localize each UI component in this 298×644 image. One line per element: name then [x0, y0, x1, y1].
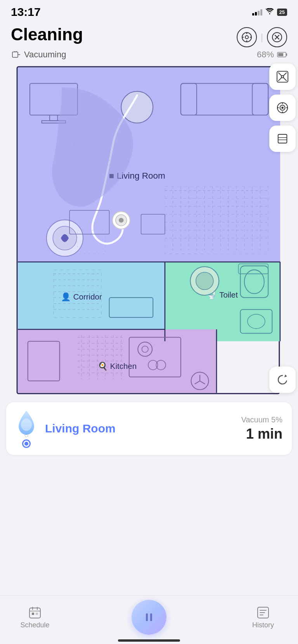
- current-room-name: Living Room: [45, 422, 234, 435]
- svg-point-21: [281, 76, 284, 78]
- room-stats: Vacuum 5% 1 min: [241, 415, 282, 442]
- svg-text:👤 Corridor: 👤 Corridor: [61, 292, 102, 302]
- svg-rect-123: [29, 608, 40, 618]
- svg-rect-128: [36, 613, 38, 615]
- header-controls: |: [237, 25, 287, 47]
- room-info-left: [16, 409, 37, 448]
- svg-line-17: [279, 73, 282, 76]
- vacuum-mode-label: Vacuuming: [24, 50, 66, 60]
- pause-icon: [142, 610, 156, 624]
- svg-rect-129: [146, 613, 148, 621]
- signal-icon: [252, 9, 262, 15]
- robot-water-icon: [16, 409, 37, 437]
- svg-point-96: [119, 218, 123, 222]
- bottom-nav: Schedule History: [0, 596, 298, 644]
- room-timeline: [22, 439, 31, 448]
- floor-plan[interactable]: ■ Living Room 👤 Corridor 🚽 Toilet 🍳 Kitc…: [6, 64, 292, 397]
- page-title: Cleaning: [11, 25, 83, 44]
- cross-map-button[interactable]: [269, 64, 296, 90]
- close-button[interactable]: [267, 27, 287, 47]
- layers-map-button[interactable]: [269, 126, 296, 152]
- svg-text:🍳 Kitchen: 🍳 Kitchen: [98, 362, 137, 371]
- map-float-buttons: [269, 64, 296, 152]
- wifi-icon: [265, 8, 274, 16]
- svg-point-1: [245, 36, 248, 39]
- history-label: History: [252, 621, 274, 629]
- svg-line-19: [279, 78, 282, 81]
- svg-rect-9: [12, 52, 18, 57]
- svg-rect-14: [278, 53, 283, 56]
- subtitle-left: Vacuuming: [11, 50, 66, 60]
- home-indicator: [118, 639, 180, 642]
- pause-button[interactable]: [132, 600, 166, 635]
- settings-button[interactable]: [237, 27, 257, 47]
- svg-rect-127: [32, 613, 34, 615]
- svg-line-20: [284, 78, 287, 81]
- svg-rect-130: [150, 613, 152, 621]
- subtitle-row: Vacuuming 68%: [0, 49, 298, 64]
- svg-point-24: [281, 107, 284, 109]
- header: Cleaning |: [0, 22, 298, 49]
- svg-rect-15: [286, 53, 287, 56]
- nav-schedule[interactable]: Schedule: [0, 606, 70, 629]
- battery-percent: 68%: [257, 50, 274, 60]
- nav-history[interactable]: History: [228, 606, 298, 629]
- svg-point-121: [21, 418, 32, 431]
- nav-center: [70, 600, 228, 635]
- subtitle-right: 68%: [257, 50, 287, 60]
- svg-point-103: [196, 272, 213, 290]
- vacuum-percent: Vacuum 5%: [241, 415, 282, 424]
- svg-rect-29: [278, 134, 287, 143]
- room-info-card: Living Room Vacuum 5% 1 min: [6, 402, 292, 455]
- history-icon: [256, 606, 270, 620]
- refresh-button[interactable]: [269, 367, 296, 393]
- battery-icon: 25: [277, 9, 287, 16]
- room-name-container: Living Room: [45, 422, 234, 435]
- status-bar: 13:17 25: [0, 0, 298, 22]
- header-divider: |: [261, 32, 263, 43]
- status-icons: 25: [252, 8, 287, 16]
- camera-map-button[interactable]: [269, 95, 296, 121]
- schedule-icon: [28, 606, 42, 620]
- vacuum-icon: [11, 50, 21, 60]
- map-container: ■ Living Room 👤 Corridor 🚽 Toilet 🍳 Kitc…: [6, 64, 292, 397]
- svg-line-18: [284, 73, 287, 76]
- room-dot: [22, 439, 31, 448]
- battery-level-icon: [277, 52, 287, 58]
- status-time: 13:17: [11, 5, 41, 19]
- schedule-label: Schedule: [20, 621, 49, 629]
- time-label: 1 min: [241, 426, 282, 442]
